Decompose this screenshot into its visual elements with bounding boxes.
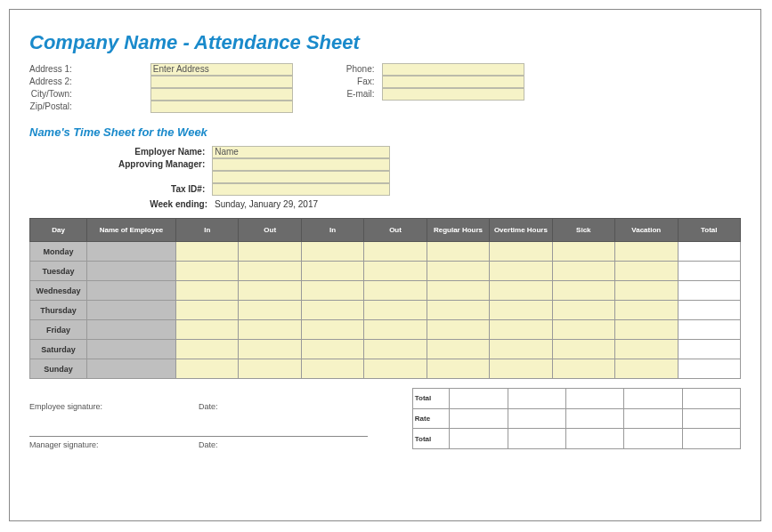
time-cell[interactable] (615, 242, 678, 262)
time-cell[interactable] (552, 262, 614, 281)
totals-value[interactable] (682, 408, 740, 429)
time-cell[interactable] (427, 359, 489, 379)
zip-label: Zip/Postal: (29, 101, 76, 113)
totals-value[interactable] (565, 429, 623, 449)
time-cell[interactable] (364, 301, 427, 320)
totals-value[interactable] (450, 389, 508, 409)
totals-value[interactable] (508, 408, 565, 429)
time-cell[interactable] (552, 301, 614, 320)
time-cell[interactable] (176, 301, 239, 320)
totals-value[interactable] (565, 408, 623, 429)
header-info: Address 1: Address 2: City/Town: Zip/Pos… (29, 63, 741, 113)
time-cell[interactable] (552, 242, 614, 262)
totals-value[interactable] (624, 408, 682, 429)
employee-cell[interactable] (87, 340, 176, 359)
time-cell[interactable] (301, 262, 363, 281)
employer-name-label: Employer Name: (118, 146, 207, 158)
totals-value[interactable] (624, 389, 682, 409)
time-cell[interactable] (176, 320, 239, 340)
phone-input[interactable] (382, 63, 524, 76)
time-cell[interactable] (239, 320, 301, 340)
totals-value[interactable] (450, 408, 508, 429)
totals-value[interactable] (682, 389, 740, 409)
totals-value[interactable] (508, 429, 565, 449)
time-cell[interactable] (176, 242, 239, 262)
time-cell[interactable] (490, 262, 552, 281)
address1-input[interactable]: Enter Address (150, 63, 293, 76)
employee-cell[interactable] (87, 281, 176, 301)
totals-label: Total (412, 429, 449, 449)
time-cell[interactable] (364, 359, 427, 379)
header-regular: Regular Hours (427, 219, 489, 242)
time-cell[interactable] (364, 262, 427, 281)
employee-cell[interactable] (87, 242, 176, 262)
tax-id-input[interactable] (212, 183, 390, 196)
time-cell[interactable] (615, 281, 678, 301)
time-cell[interactable] (239, 242, 301, 262)
time-cell[interactable] (490, 301, 552, 320)
employee-sig-date-label: Date: (199, 402, 218, 411)
time-cell[interactable] (239, 262, 301, 281)
time-cell[interactable] (615, 340, 678, 359)
time-cell[interactable] (364, 320, 427, 340)
totals-value[interactable] (565, 389, 623, 409)
zip-input[interactable] (150, 101, 293, 113)
time-cell[interactable] (364, 242, 427, 262)
header-sick: Sick (552, 219, 614, 242)
time-cell[interactable] (490, 281, 552, 301)
blank-input[interactable] (212, 171, 390, 183)
time-cell[interactable] (364, 281, 427, 301)
time-cell[interactable] (176, 281, 239, 301)
time-cell[interactable] (239, 281, 301, 301)
time-cell[interactable] (552, 281, 614, 301)
time-cell[interactable] (615, 359, 678, 379)
employee-cell[interactable] (87, 262, 176, 281)
time-cell[interactable] (615, 262, 678, 281)
time-cell[interactable] (301, 359, 363, 379)
time-cell[interactable] (364, 340, 427, 359)
time-cell[interactable] (490, 340, 552, 359)
employee-cell[interactable] (87, 320, 176, 340)
time-cell[interactable] (490, 359, 552, 379)
totals-value[interactable] (508, 389, 565, 409)
email-label: E-mail: (346, 88, 378, 101)
row-total-cell (678, 242, 741, 262)
time-cell[interactable] (427, 242, 489, 262)
time-cell[interactable] (552, 320, 614, 340)
time-cell[interactable] (427, 281, 489, 301)
approving-manager-input[interactable] (212, 158, 390, 171)
time-cell[interactable] (176, 340, 239, 359)
time-cell[interactable] (427, 340, 489, 359)
time-cell[interactable] (301, 340, 363, 359)
divider (29, 436, 368, 437)
time-cell[interactable] (427, 320, 489, 340)
email-input[interactable] (382, 88, 524, 101)
totals-value[interactable] (682, 429, 740, 449)
time-cell[interactable] (490, 242, 552, 262)
time-cell[interactable] (301, 301, 363, 320)
totals-value[interactable] (450, 429, 508, 449)
time-cell[interactable] (615, 320, 678, 340)
fax-label: Fax: (346, 76, 378, 88)
time-cell[interactable] (301, 242, 363, 262)
time-cell[interactable] (301, 281, 363, 301)
time-cell[interactable] (301, 320, 363, 340)
fax-input[interactable] (382, 76, 524, 88)
time-cell[interactable] (176, 359, 239, 379)
time-cell[interactable] (176, 262, 239, 281)
employee-cell[interactable] (87, 359, 176, 379)
time-cell[interactable] (552, 359, 614, 379)
time-cell[interactable] (239, 301, 301, 320)
time-cell[interactable] (427, 262, 489, 281)
time-cell[interactable] (427, 301, 489, 320)
time-cell[interactable] (615, 301, 678, 320)
address2-input[interactable] (150, 76, 293, 88)
totals-value[interactable] (624, 429, 682, 449)
time-cell[interactable] (239, 359, 301, 379)
time-cell[interactable] (490, 320, 552, 340)
time-cell[interactable] (239, 340, 301, 359)
employer-name-input[interactable]: Name (212, 146, 390, 158)
employee-cell[interactable] (87, 301, 176, 320)
city-input[interactable] (150, 88, 293, 101)
time-cell[interactable] (552, 340, 614, 359)
